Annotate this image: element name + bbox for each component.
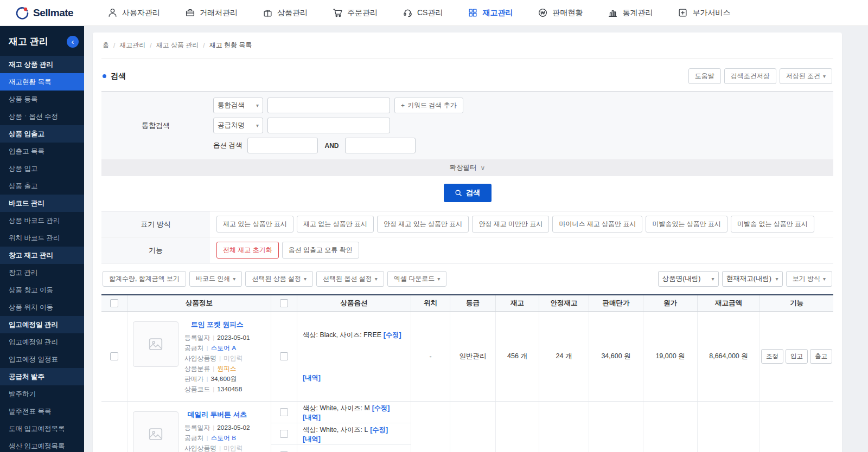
nav-user-management[interactable]: 사용자관리 xyxy=(107,8,160,18)
sidebar-item-warehouse-management[interactable]: 창고 관리 xyxy=(0,264,84,281)
sidebar-group-barcode-management[interactable]: 바코드 관리 xyxy=(0,195,84,212)
sidebar-group-warehouse-stock[interactable]: 창고 재고 관리 xyxy=(0,247,84,264)
option-history-link[interactable]: [내역] xyxy=(303,413,321,422)
add-keyword-button[interactable]: + 키워드 검색 추가 xyxy=(394,98,463,113)
select-all-options-checkbox[interactable] xyxy=(280,299,288,307)
sidebar-item-inbound-calendar[interactable]: 입고예정 일정표 xyxy=(0,351,84,368)
briefcase-icon xyxy=(185,8,195,18)
option-inout-error-check-button[interactable]: 옵션 입출고 오류 확인 xyxy=(282,242,359,259)
option-edit-link[interactable]: [수정] xyxy=(370,425,388,435)
grade-cell: 일반관리 xyxy=(450,402,496,452)
caret-down-icon: ▾ xyxy=(375,276,378,282)
plus-icon: + xyxy=(401,102,405,109)
product-row-checkbox[interactable] xyxy=(110,352,118,360)
breadcrumb-home[interactable]: 홈 xyxy=(103,41,109,50)
selected-product-settings-dropdown[interactable]: 선택된 상품 설정▾ xyxy=(245,271,313,287)
keyword-type-select[interactable]: 통합검색 ▾ xyxy=(213,98,263,113)
sidebar-group-inbound-schedule[interactable]: 입고예정일 관리 xyxy=(0,316,84,333)
sidebar-group-supplier-order[interactable]: 공급처 발주 xyxy=(0,368,84,385)
sort-product-name-select[interactable]: 상품명(내림) ▾ xyxy=(658,271,719,287)
nav-sales-status[interactable]: 판매현황 xyxy=(538,8,583,18)
nav-statistics[interactable]: 통계관리 xyxy=(608,8,653,18)
safety-stock-cell: 24 개 xyxy=(539,312,589,401)
filter-no-stock[interactable]: 재고 없는 상품만 표시 xyxy=(297,216,374,233)
nav-vendor-management[interactable]: 거래처관리 xyxy=(185,8,238,18)
filter-no-unshipped[interactable]: 미발송 없는 상품만 표시 xyxy=(731,216,814,233)
barcode-print-dropdown[interactable]: 바코드 인쇄▾ xyxy=(189,271,242,287)
filter-has-safety-stock[interactable]: 안정 재고 있는 상품만 표시 xyxy=(377,216,469,233)
saved-conditions-dropdown[interactable]: 저장된 조건▾ xyxy=(780,68,832,84)
product-info-cell: 데일리 투버튼 셔츠 등록일자|2023-05-02 공급처|스토어 B 사입상… xyxy=(127,402,271,452)
search-button[interactable]: 검색 xyxy=(444,184,492,202)
keyword-search-input[interactable] xyxy=(267,98,390,113)
totals-view-button[interactable]: 합계수량, 합계금액 보기 xyxy=(103,271,186,287)
sidebar-item-production-inbound-list[interactable]: 생산 입고예정목록 xyxy=(0,437,84,452)
sidebar-collapse-button[interactable]: ‹ xyxy=(67,36,79,48)
supplier-search-input[interactable] xyxy=(267,118,390,133)
product-name-link[interactable]: 트임 포켓 원피스 xyxy=(184,319,250,331)
product-name-link[interactable]: 데일리 투버튼 셔츠 xyxy=(184,409,250,421)
header-actions: 기능 xyxy=(760,295,833,311)
sidebar-item-product-register[interactable]: 상품 등록 xyxy=(0,91,84,108)
excel-download-dropdown[interactable]: 엑셀 다운로드▾ xyxy=(387,271,446,287)
adjust-button[interactable]: 조정 xyxy=(761,349,783,364)
sidebar-group-product-inout[interactable]: 상품 입출고 xyxy=(0,125,84,143)
expand-filter-toggle[interactable]: 확장필터 ∨ xyxy=(101,159,833,176)
filter-has-stock[interactable]: 재고 있는 상품만 표시 xyxy=(216,216,293,233)
option-search-input-1[interactable] xyxy=(247,138,318,153)
sidebar-item-product-outbound[interactable]: 상품 출고 xyxy=(0,177,84,195)
image-icon xyxy=(148,426,164,442)
sidebar-item-stock-status-list[interactable]: 재고현황 목록 xyxy=(0,73,84,91)
view-mode-dropdown[interactable]: 보기 방식▾ xyxy=(786,271,832,287)
help-button[interactable]: 도움말 xyxy=(688,68,721,84)
outbound-button[interactable]: 출고 xyxy=(810,349,832,364)
sidebar-title: 재고 관리 xyxy=(9,35,48,48)
product-supplier-link[interactable]: 스토어 A xyxy=(210,344,236,352)
sidebar-group-stock-product-management[interactable]: 재고 상품 관리 xyxy=(0,56,84,73)
option-checkbox[interactable] xyxy=(280,408,288,416)
reset-all-stock-button[interactable]: 전체 재고 초기화 xyxy=(216,242,279,259)
app-logo[interactable]: Sellmate xyxy=(15,6,97,20)
filter-has-unshipped[interactable]: 미발송있는 상품만 표시 xyxy=(646,216,727,233)
nav-addon-services[interactable]: 부가서비스 xyxy=(678,8,730,18)
selected-option-settings-dropdown[interactable]: 선택된 옵션 설정▾ xyxy=(316,271,384,287)
sidebar-item-product-option-edit[interactable]: 상품ㆍ옵션 수정 xyxy=(0,108,84,125)
option-edit-link[interactable]: [수정] xyxy=(372,404,390,413)
nav-inventory-management[interactable]: 재고관리 xyxy=(468,8,513,18)
sidebar-item-location-barcode[interactable]: 위치 바코드 관리 xyxy=(0,229,84,247)
header-location: 위치 xyxy=(411,295,450,311)
filter-negative-stock[interactable]: 마이너스 재고 상품만 표시 xyxy=(552,216,642,233)
filter-below-safety-stock[interactable]: 안정 재고 미만만 표시 xyxy=(472,216,549,233)
chevron-down-icon: ∨ xyxy=(481,164,486,172)
sidebar-item-product-barcode[interactable]: 상품 바코드 관리 xyxy=(0,212,84,229)
option-text: 색상: White, 사이즈: L xyxy=(303,425,368,435)
option-search-input-2[interactable] xyxy=(345,138,416,153)
nav-product-management[interactable]: 상품관리 xyxy=(263,8,308,18)
product-category-link[interactable]: 원피스 xyxy=(217,365,236,372)
breadcrumb-inventory[interactable]: 재고관리 xyxy=(119,41,145,50)
sidebar-item-product-location-move[interactable]: 상품 위치 이동 xyxy=(0,299,84,316)
supplier-type-select[interactable]: 공급처명 ▾ xyxy=(213,118,263,133)
sidebar-item-wholesale-inbound-list[interactable]: 도매 입고예정목록 xyxy=(0,420,84,437)
sidebar-item-product-inbound[interactable]: 상품 입고 xyxy=(0,160,84,177)
product-supplier-link[interactable]: 스토어 B xyxy=(210,434,236,442)
product-code: 1340458 xyxy=(217,385,242,393)
option-history-link[interactable]: [내역] xyxy=(303,373,321,383)
nav-cs-management[interactable]: CS관리 xyxy=(403,8,443,18)
save-search-condition-button[interactable]: 검색조건저장 xyxy=(724,68,776,84)
option-history-link[interactable]: [내역] xyxy=(303,435,321,444)
option-checkbox[interactable] xyxy=(280,430,288,438)
sidebar-item-inout-list[interactable]: 입출고 목록 xyxy=(0,143,84,160)
nav-order-management[interactable]: 주문관리 xyxy=(333,8,378,18)
breadcrumb-stock-product[interactable]: 재고 상품 관리 xyxy=(156,41,199,50)
sidebar-item-inbound-date-management[interactable]: 입고예정일 관리 xyxy=(0,333,84,351)
option-edit-link[interactable]: [수정] xyxy=(384,331,401,340)
sidebar-item-place-order[interactable]: 발주하기 xyxy=(0,385,84,403)
inbound-button[interactable]: 입고 xyxy=(786,349,808,364)
sidebar-item-product-warehouse-move[interactable]: 상품 창고 이동 xyxy=(0,281,84,299)
select-all-products-checkbox[interactable] xyxy=(110,299,118,307)
sort-current-stock-select[interactable]: 현재재고(내림) ▾ xyxy=(722,271,783,287)
functions-label: 기능 xyxy=(101,237,210,263)
option-checkbox[interactable] xyxy=(280,352,288,360)
sidebar-item-order-slip-list[interactable]: 발주전표 목록 xyxy=(0,403,84,420)
